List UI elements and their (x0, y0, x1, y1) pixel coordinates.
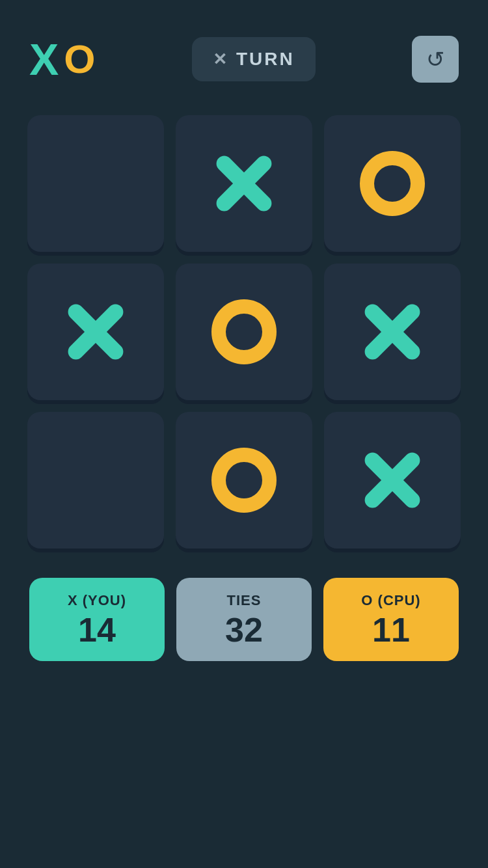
game-board (0, 115, 488, 549)
logo-o: O (64, 39, 95, 79)
x-mark (63, 299, 128, 364)
cell-3[interactable] (27, 264, 164, 400)
logo-x: X (29, 37, 59, 81)
ties-score-value: 32 (225, 613, 263, 647)
x-mark (211, 151, 277, 216)
cell-5[interactable] (324, 264, 461, 400)
cell-3-content (27, 264, 164, 400)
cell-8-content (324, 412, 461, 549)
cell-7-content (176, 412, 312, 549)
turn-label: TURN (236, 49, 295, 70)
cell-1-content (176, 115, 312, 252)
cell-2-content (324, 115, 461, 252)
x-score-card: X (YOU) 14 (29, 578, 165, 661)
o-score-label: O (CPU) (361, 592, 420, 609)
x-mark (360, 299, 425, 364)
turn-indicator: ✕ TURN (192, 37, 316, 81)
cell-4[interactable] (176, 264, 312, 400)
cell-1[interactable] (176, 115, 312, 252)
scoreboard: X (YOU) 14 TIES 32 O (CPU) 11 (0, 578, 488, 661)
ties-score-label: TIES (227, 592, 262, 609)
cell-8[interactable] (324, 412, 461, 549)
reset-icon: ↺ (426, 46, 444, 72)
turn-x-icon: ✕ (213, 49, 227, 70)
cell-0[interactable] (27, 115, 164, 252)
cell-6-content (27, 412, 164, 549)
ties-score-card: TIES 32 (176, 578, 312, 661)
header: X O ✕ TURN ↺ (0, 0, 488, 83)
reset-button[interactable]: ↺ (412, 36, 459, 83)
x-score-label: X (YOU) (68, 592, 126, 609)
cell-4-content (176, 264, 312, 400)
cell-0-content (27, 115, 164, 252)
cell-2[interactable] (324, 115, 461, 252)
x-mark (360, 448, 425, 513)
x-score-value: 14 (78, 613, 116, 647)
cell-7[interactable] (176, 412, 312, 549)
o-mark (211, 299, 277, 364)
o-mark (211, 448, 277, 513)
cell-6[interactable] (27, 412, 164, 549)
logo: X O (29, 37, 96, 81)
cell-5-content (324, 264, 461, 400)
o-score-value: 11 (372, 613, 410, 647)
o-mark (360, 151, 425, 216)
o-score-card: O (CPU) 11 (323, 578, 459, 661)
